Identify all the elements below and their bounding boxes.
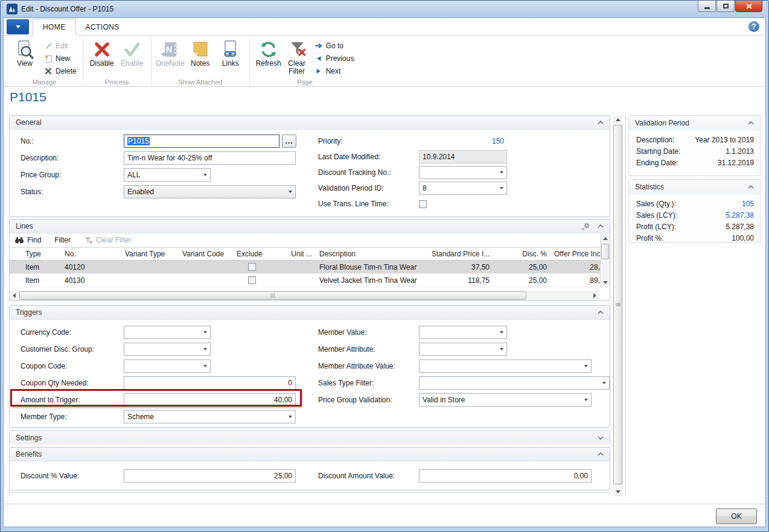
coupon-qty-needed-input[interactable]: 0	[124, 376, 296, 390]
chevron-down-icon[interactable]	[598, 436, 604, 440]
onenote-button[interactable]: N OneNote	[155, 38, 185, 78]
sales-qty-link[interactable]: 105	[742, 200, 754, 208]
column-header-unit[interactable]: Unit ...	[270, 250, 316, 258]
close-button[interactable]	[735, 1, 762, 12]
field-sales-type-filter: Sales Type Filter:	[318, 376, 610, 390]
column-header-no[interactable]: No.	[61, 250, 121, 258]
settings-header[interactable]: Settings	[10, 431, 610, 445]
grid-row-2[interactable]: Item 40130 Velvet Jacket Tim-n Tina Wear…	[10, 274, 610, 287]
chevron-up-icon[interactable]	[748, 121, 754, 125]
price-group-validation-dropdown[interactable]: Valid in Store	[419, 393, 592, 407]
help-icon[interactable]: ?	[748, 21, 759, 32]
member-value-dropdown[interactable]	[419, 326, 507, 339]
find-button[interactable]: Find	[14, 236, 41, 244]
next-icon	[314, 68, 324, 74]
member-attribute-dropdown[interactable]	[419, 343, 507, 356]
window-title: Edit - Discount Offer - P1015	[21, 5, 113, 13]
discount-tracking-no-dropdown[interactable]	[419, 166, 507, 179]
scroll-left-arrow[interactable]	[10, 291, 19, 300]
tab-home[interactable]: HOME	[33, 19, 76, 36]
description-input[interactable]: Tim-n Wear for 40-25% off	[124, 151, 296, 165]
lines-header[interactable]: Lines	[10, 220, 610, 233]
use-trans-line-time-checkbox[interactable]	[419, 200, 427, 208]
column-header-disc-pct[interactable]: Disc. %	[493, 250, 550, 258]
previous-button[interactable]: Previous	[311, 52, 357, 64]
goto-button[interactable]: Go to	[311, 40, 357, 51]
discount-pct-value-input[interactable]: 25,00	[124, 469, 296, 483]
field-discount-amount-value: Discount Amount Value: 0,00	[318, 469, 592, 483]
enable-button[interactable]: Enable	[117, 38, 147, 78]
chevron-up-icon[interactable]	[598, 121, 604, 124]
amount-to-trigger-input[interactable]: 40,00	[124, 393, 296, 407]
new-button[interactable]: New	[41, 52, 79, 64]
scroll-down-arrow[interactable]	[601, 278, 610, 287]
column-header-type[interactable]: Type	[10, 250, 61, 258]
main-scrollbar-thumb[interactable]	[613, 125, 622, 484]
group-separator	[83, 39, 83, 84]
clear-filter-button[interactable]: Clear Filter	[284, 38, 310, 78]
ok-button[interactable]: OK	[716, 508, 757, 524]
status-dropdown[interactable]: Enabled	[124, 185, 296, 198]
scroll-down-arrow[interactable]	[613, 487, 623, 496]
currency-code-dropdown[interactable]	[124, 326, 211, 339]
dropdown-arrow-icon	[500, 171, 503, 174]
member-type-dropdown[interactable]: Scheme	[124, 410, 296, 423]
column-header-variant-type[interactable]: Variant Type	[121, 250, 179, 258]
chevron-up-icon[interactable]	[598, 311, 604, 314]
view-button[interactable]: View	[10, 38, 40, 78]
tab-actions[interactable]: ACTIONS	[76, 19, 129, 35]
filter-button[interactable]: Filter	[54, 236, 71, 244]
scroll-up-arrow[interactable]	[601, 234, 610, 243]
coupon-code-dropdown[interactable]	[124, 359, 211, 373]
validation-period-header[interactable]: Validation Period	[629, 116, 760, 130]
chevron-up-icon[interactable]	[598, 452, 604, 456]
price-group-dropdown[interactable]: ALL	[124, 168, 211, 182]
sales-type-filter-dropdown[interactable]	[419, 376, 610, 390]
column-header-variant-code[interactable]: Variant Code	[179, 250, 233, 258]
section-triggers: Triggers Currency Code: Customer Disc. G…	[9, 305, 610, 428]
customer-disc-group-dropdown[interactable]	[124, 343, 211, 356]
additional-benefits-header[interactable]: Additional Benefits	[9, 492, 610, 496]
benefits-header[interactable]: Benefits	[10, 448, 610, 461]
grid-scrollbar-thumb[interactable]	[601, 244, 609, 259]
grid-horizontal-scrollbar[interactable]	[10, 291, 599, 300]
exclude-checkbox[interactable]	[248, 276, 256, 284]
refresh-button[interactable]: Refresh	[254, 38, 284, 78]
field-status: Status: Enabled	[21, 185, 296, 198]
minimize-button[interactable]	[698, 1, 716, 12]
member-attribute-value-dropdown[interactable]	[419, 359, 592, 373]
grid-row-1[interactable]: Item 40120 Floral Blouse Tim-n Tina Wear…	[10, 261, 610, 274]
priority-value[interactable]: 150	[419, 135, 507, 148]
triggers-header[interactable]: Triggers	[10, 306, 610, 320]
scroll-right-arrow[interactable]	[590, 291, 599, 300]
no-input[interactable]: P1015	[124, 135, 279, 148]
exclude-checkbox[interactable]	[248, 263, 256, 271]
sales-lcy-link[interactable]: 5.287,38	[726, 211, 754, 220]
statistics-header[interactable]: Statistics	[629, 180, 760, 194]
column-header-exclude[interactable]: Exclude	[233, 250, 270, 258]
discount-amount-value-input[interactable]: 0,00	[419, 469, 592, 483]
scroll-up-arrow[interactable]	[613, 115, 623, 124]
clear-filter-toolbar-button[interactable]: Clear Filter	[84, 236, 132, 244]
edit-button[interactable]: Edit	[41, 40, 79, 51]
column-header-description[interactable]: Description	[316, 250, 426, 258]
next-button[interactable]: Next	[311, 65, 357, 77]
disable-button[interactable]: Disable	[87, 38, 117, 78]
notes-button[interactable]: Notes	[185, 38, 215, 78]
delete-button[interactable]: Delete	[41, 65, 79, 77]
h-scrollbar-thumb[interactable]	[19, 291, 526, 300]
column-header-offer-price[interactable]: Offer Price Inc	[550, 250, 601, 258]
maximize-button[interactable]	[716, 1, 735, 12]
validation-period-id-dropdown[interactable]: 8	[419, 182, 507, 195]
grid-vertical-scrollbar[interactable]	[600, 234, 610, 287]
main-vertical-scrollbar[interactable]	[613, 115, 623, 496]
general-header[interactable]: General	[10, 116, 610, 130]
links-button[interactable]: Links	[215, 38, 246, 78]
gear-icon[interactable]	[581, 222, 592, 231]
no-lookup-button[interactable]: ...	[282, 135, 296, 148]
column-header-standard-price[interactable]: Standard Price I...	[426, 250, 493, 258]
application-menu-button[interactable]	[7, 19, 29, 34]
factbox-validation-period: Validation Period Description: Year 2013…	[628, 115, 761, 176]
chevron-up-icon[interactable]	[598, 224, 604, 228]
chevron-up-icon[interactable]	[748, 185, 754, 189]
